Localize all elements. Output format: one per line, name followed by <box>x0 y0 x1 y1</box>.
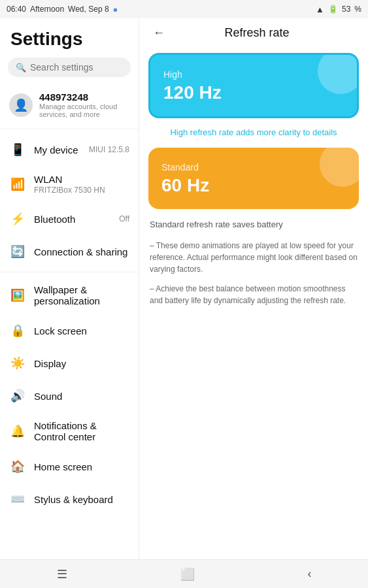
status-bar: 06:40 Afternoon Wed, Sep 8 ● ▲ 🔋 53% <box>0 0 368 18</box>
bluetooth-icon: ⚡ <box>9 210 26 227</box>
high-card-note: High refresh rate adds more clarity to d… <box>148 127 359 137</box>
display-icon: ☀️ <box>9 355 26 372</box>
back-nav-button[interactable]: ‹ <box>295 563 325 585</box>
battery-level: 53 <box>342 5 350 14</box>
phone-icon: 📱 <box>9 141 26 158</box>
avatar-icon: 👤 <box>14 98 28 112</box>
bluetooth-label: Bluetooth <box>34 214 111 225</box>
sidebar-title: Settings <box>0 18 139 57</box>
high-card-hz: 120 Hz <box>163 82 344 103</box>
stylus-icon: ⌨️ <box>9 491 26 508</box>
sound-label: Sound <box>34 391 129 402</box>
wifi-icon: 📶 <box>9 176 26 193</box>
status-bar-left: 06:40 Afternoon Wed, Sep 8 ● <box>7 5 118 14</box>
sidebar-item-lock-screen[interactable]: 🔒 Lock screen <box>0 314 139 347</box>
standard-card-note: Standard refresh rate saves battery <box>150 220 358 229</box>
sidebar-item-wallpaper[interactable]: 🖼️ Wallpaper & personalization <box>0 276 139 314</box>
status-bar-right: ▲ 🔋 53% <box>316 5 361 14</box>
sidebar-item-bluetooth[interactable]: ⚡ Bluetooth Off <box>0 203 139 235</box>
sidebar-item-notifications[interactable]: 🔔 Notifications & Control center <box>0 412 139 450</box>
my-device-value: MIUI 12.5.8 <box>89 145 129 154</box>
my-device-label: My device <box>34 144 81 155</box>
search-input[interactable] <box>30 62 139 73</box>
content-header: ← Refresh rate <box>139 18 368 48</box>
account-id: 448973248 <box>39 91 129 103</box>
sidebar-item-connection[interactable]: 🔄 Connection & sharing <box>0 235 139 268</box>
sidebar-item-display[interactable]: ☀️ Display <box>0 347 139 380</box>
status-time: 06:40 <box>7 5 26 14</box>
description-2: – Achieve the best balance between motio… <box>150 283 358 306</box>
display-label: Display <box>34 358 129 369</box>
connection-icon: 🔄 <box>9 243 26 260</box>
status-date: Wed, Sep 8 <box>68 5 109 14</box>
standard-card-hz: 60 Hz <box>161 175 346 196</box>
search-bar[interactable]: 🔍 <box>8 57 131 77</box>
sound-icon: 🔊 <box>9 387 26 404</box>
sidebar: Settings 🔍 👤 448973248 Manage accounts, … <box>0 18 139 559</box>
sidebar-divider-2 <box>0 272 139 272</box>
notifications-label: Notifications & Control center <box>34 420 129 442</box>
battery-icon: 🔋 <box>328 5 338 14</box>
home-button[interactable]: ⬜ <box>167 563 208 585</box>
sidebar-item-sound[interactable]: 🔊 Sound <box>0 380 139 412</box>
wifi-icon: ▲ <box>316 5 324 14</box>
search-icon: 🔍 <box>16 63 26 73</box>
sidebar-item-stylus[interactable]: ⌨️ Stylus & keyboard <box>0 483 139 515</box>
home-icon: 🏠 <box>9 458 26 475</box>
account-row[interactable]: 👤 448973248 Manage accounts, cloud servi… <box>0 85 139 125</box>
home-label: Home screen <box>34 461 129 472</box>
standard-card-label: Standard <box>161 162 346 172</box>
sidebar-item-wlan[interactable]: 📶 WLAN FRITZIBox 7530 HN <box>0 166 139 203</box>
description-1: – These demo animations are played at lo… <box>150 240 358 275</box>
high-card-label: High <box>163 69 344 80</box>
lock-icon: 🔒 <box>9 322 26 339</box>
notification-icon: ● <box>113 5 118 14</box>
wallpaper-label: Wallpaper & personalization <box>34 284 129 306</box>
bluetooth-value: Off <box>119 214 129 223</box>
page-title: Refresh rate <box>175 26 358 40</box>
back-button[interactable]: ← <box>150 26 168 40</box>
avatar: 👤 <box>9 93 33 117</box>
standard-refresh-card[interactable]: Standard 60 Hz <box>148 148 359 209</box>
wallpaper-icon: 🖼️ <box>9 287 26 304</box>
notifications-icon: 🔔 <box>9 423 26 440</box>
stylus-label: Stylus & keyboard <box>34 494 129 505</box>
content-area: ← Refresh rate High 120 Hz High refresh … <box>139 18 368 559</box>
account-subtitle: Manage accounts, cloud services, and mor… <box>39 103 129 118</box>
account-info: 448973248 Manage accounts, cloud service… <box>39 91 129 118</box>
wlan-value: FRITZIBox 7530 HN <box>34 186 129 195</box>
connection-label: Connection & sharing <box>34 246 129 257</box>
high-refresh-card[interactable]: High 120 Hz <box>148 53 359 118</box>
wlan-label: WLAN <box>34 174 129 185</box>
sidebar-item-my-device[interactable]: 📱 My device MIUI 12.5.8 <box>0 133 139 166</box>
lock-label: Lock screen <box>34 325 129 336</box>
bottom-nav: ☰ ⬜ ‹ <box>0 559 368 588</box>
menu-button[interactable]: ☰ <box>44 563 80 585</box>
status-period: Afternoon <box>30 5 64 14</box>
sidebar-divider <box>0 129 139 129</box>
main-layout: Settings 🔍 👤 448973248 Manage accounts, … <box>0 18 368 559</box>
sidebar-item-home-screen[interactable]: 🏠 Home screen <box>0 450 139 483</box>
